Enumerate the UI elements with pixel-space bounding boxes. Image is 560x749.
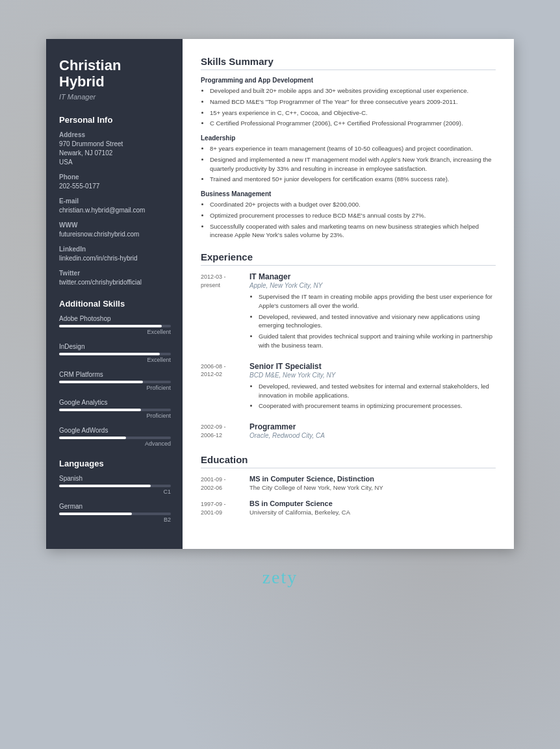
bullet-item: Guided talent that provides technical su…	[259, 332, 496, 350]
jobs-list: 2012-03 -present IT Manager Apple, New Y…	[201, 272, 496, 442]
languages-heading: Languages	[59, 459, 171, 468]
skill-bar-fill	[59, 437, 126, 439]
bullet-item: Developed, reviewed, and tested innovati…	[259, 312, 496, 331]
language-level: B2	[59, 516, 171, 523]
phone-value: 202-555-0177	[59, 182, 171, 191]
language-bar-bg	[59, 485, 171, 487]
skill-item: InDesign Excellent	[59, 343, 171, 363]
bullet-item: C Certified Professional Programmer (200…	[210, 119, 496, 128]
job-title: Programmer	[249, 422, 496, 431]
bullet-item: 15+ years experience in C, C++, Cocoa, a…	[210, 108, 496, 118]
bullet-item: Successfully cooperated with sales and m…	[210, 222, 496, 240]
phone-label: Phone	[59, 173, 171, 181]
language-level: C1	[59, 489, 171, 495]
language-bar-bg	[59, 513, 171, 515]
edu-degree: MS in Computer Science, Distinction	[249, 475, 496, 483]
skills-list: Adobe Photoshop Excellent InDesign Excel…	[59, 315, 171, 447]
address-line1: 970 Drummond Street	[59, 140, 123, 147]
job-company: Apple, New York City, NY	[249, 282, 496, 289]
skill-level: Advanced	[59, 440, 171, 447]
job-title: Senior IT Specialist	[249, 362, 496, 371]
edu-dates: 1997-09 -2001-09	[201, 500, 249, 516]
language-name: Spanish	[59, 475, 171, 482]
skill-name: Google AdWords	[59, 427, 171, 434]
skill-bar-bg	[59, 381, 171, 383]
job-details: IT Manager Apple, New York City, NY Supe…	[249, 272, 496, 353]
bullet-item: Developed and built 20+ mobile apps and …	[210, 86, 496, 95]
zety-brand: zety	[262, 567, 298, 588]
www-label: WWW	[59, 222, 171, 229]
languages-list: Spanish C1 German B2	[59, 475, 171, 523]
edu-school: University of California, Berkeley, CA	[249, 509, 496, 516]
main-content: Skills Summary Programming and App Devel…	[183, 39, 514, 549]
job-bullets: Developed, reviewed, and tested websites…	[249, 382, 496, 411]
first-name: Christian	[59, 57, 121, 73]
skill-level: Excellent	[59, 329, 171, 335]
leadership-subheading: Leadership	[201, 134, 496, 142]
programming-subheading: Programming and App Development	[201, 77, 496, 84]
bullet-item: 8+ years experience in team management (…	[210, 144, 496, 153]
sidebar: Christian Hybrid IT Manager Personal Inf…	[46, 39, 183, 549]
job-item: 2012-03 -present IT Manager Apple, New Y…	[201, 272, 496, 353]
bullet-item: Developed, reviewed, and tested websites…	[259, 382, 496, 400]
address-label: Address	[59, 131, 171, 138]
job-dates: 2012-03 -present	[201, 272, 249, 353]
resume-document: Christian Hybrid IT Manager Personal Inf…	[46, 39, 514, 549]
skill-level: Excellent	[59, 357, 171, 363]
skill-bar-bg	[59, 353, 171, 355]
personal-info-heading: Personal Info	[59, 115, 171, 125]
education-item: 2001-09 -2002-06 MS in Computer Science,…	[201, 475, 496, 492]
skill-level: Proficient	[59, 385, 171, 391]
bullet-item: Coordinated 20+ projects with a budget o…	[210, 200, 496, 209]
job-item: 2006-08 -2012-02 Senior IT Specialist BC…	[201, 362, 496, 413]
candidate-title: IT Manager	[59, 93, 171, 101]
email-label: E-mail	[59, 197, 171, 205]
job-bullets: Supervised the IT team in creating mobil…	[249, 292, 496, 350]
job-company: BCD M&E, New York City, NY	[249, 372, 496, 379]
job-details: Senior IT Specialist BCD M&E, New York C…	[249, 362, 496, 413]
www-value: futureisnow.chrishybrid.com	[59, 230, 171, 239]
skill-name: Adobe Photoshop	[59, 315, 171, 322]
bullet-item: Designed and implemented a new IT manage…	[210, 155, 496, 173]
bullet-item: Supervised the IT team in creating mobil…	[259, 292, 496, 311]
business-subheading: Business Management	[201, 190, 496, 197]
address-line2: Newark, NJ 07102	[59, 149, 112, 157]
edu-details: BS in Computer Science University of Cal…	[249, 500, 496, 516]
job-item: 2002-09 -2006-12 Programmer Oracle, Redw…	[201, 422, 496, 442]
skill-item: Google AdWords Advanced	[59, 427, 171, 447]
language-name: German	[59, 503, 171, 510]
additional-skills-heading: Additional Skills	[59, 299, 171, 309]
job-title: IT Manager	[249, 272, 496, 281]
job-dates: 2006-08 -2012-02	[201, 362, 249, 413]
language-bar-fill	[59, 513, 132, 515]
experience-heading: Experience	[201, 251, 496, 266]
skills-summary-heading: Skills Summary	[201, 56, 496, 70]
edu-school: The City College of New York, New York C…	[249, 484, 496, 491]
skill-name: Google Analytics	[59, 399, 171, 406]
education-item: 1997-09 -2001-09 BS in Computer Science …	[201, 500, 496, 516]
skill-item: Google Analytics Proficient	[59, 399, 171, 419]
email-value: christian.w.hybrid@gmail.com	[59, 206, 171, 215]
programming-bullets: Developed and built 20+ mobile apps and …	[201, 86, 496, 128]
twitter-value: twitter.com/chrishybridofficial	[59, 278, 171, 287]
linkedin-label: LinkedIn	[59, 246, 171, 253]
language-item: German B2	[59, 503, 171, 523]
business-bullets: Coordinated 20+ projects with a budget o…	[201, 200, 496, 240]
address-value: 970 Drummond Street Newark, NJ 07102 USA	[59, 140, 171, 167]
skill-item: Adobe Photoshop Excellent	[59, 315, 171, 335]
linkedin-value: linkedin.com/in/chris-hybrid	[59, 254, 171, 263]
skill-bar-fill	[59, 325, 162, 327]
bullet-item: Optimized procurement processes to reduc…	[210, 211, 496, 220]
edu-dates: 2001-09 -2002-06	[201, 475, 249, 492]
leadership-bullets: 8+ years experience in team management (…	[201, 144, 496, 184]
edu-details: MS in Computer Science, Distinction The …	[249, 475, 496, 492]
skill-bar-bg	[59, 325, 171, 327]
skill-level: Proficient	[59, 413, 171, 419]
bullet-item: Trained and mentored 50+ junior develope…	[210, 175, 496, 184]
last-name: Hybrid	[59, 73, 105, 90]
bullet-item: Cooperated with procurement teams in opt…	[259, 401, 496, 411]
skill-bar-fill	[59, 353, 160, 355]
bullet-item: Named BCD M&E's "Top Programmer of The Y…	[210, 97, 496, 107]
language-bar-fill	[59, 485, 151, 487]
education-heading: Education	[201, 454, 496, 468]
